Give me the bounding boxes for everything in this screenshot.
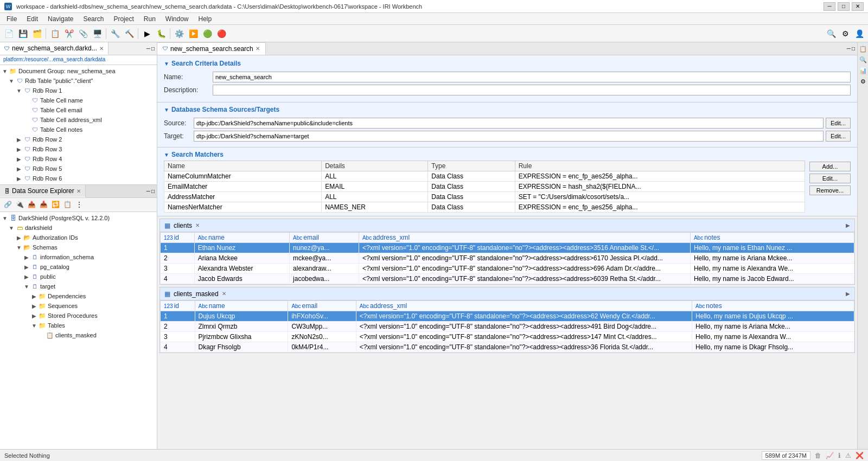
tree-expand-sp[interactable]: ▶ [30,312,38,319]
right-panel-maximize-icon[interactable]: □ [852,46,855,52]
right-panel-minimize-icon[interactable]: ─ [847,46,851,52]
tree-rdb-row2[interactable]: ▶ 🛡 Rdb Row 2 [0,135,157,144]
tree-expand-tables[interactable]: ▼ [30,322,38,329]
db-schema-collapse-icon[interactable]: ▼ [164,107,169,113]
status-error-icon[interactable]: ❌ [856,452,864,459]
toolbar-btn-5[interactable]: 🔧 [108,27,122,40]
ds-toolbar-btn-4[interactable]: 📥 [38,199,49,210]
clients-masked-data-row[interactable]: 4Dkagr Fhsolgb0kM4/P1r4...<?xml version=… [161,342,854,353]
matcher-add-button[interactable]: Add... [809,162,851,171]
tree-expand-doc-group[interactable]: ▼ [1,67,9,75]
tree-stored-procedures[interactable]: ▶ 📁 Stored Procedures [0,311,157,321]
target-edit-button[interactable]: Edit... [826,131,851,142]
ds-minimize-icon[interactable]: ─ [146,188,150,194]
toolbar-btn-1[interactable]: 📋 [48,27,61,40]
tree-expand-darkshield[interactable]: ▼ [8,224,15,232]
left-panel-tab-close[interactable]: ✕ [99,46,104,52]
tree-rdb-row6[interactable]: ▶ 🛡 Rdb Row 6 [0,174,157,183]
tree-rdb-row4[interactable]: ▶ 🛡 Rdb Row 4 [0,154,157,164]
side-icon-1[interactable]: 📋 [859,44,867,53]
tree-expand-auth[interactable]: ▶ [15,234,23,241]
tree-expand-seq[interactable]: ▶ [30,302,38,310]
side-icon-3[interactable]: 📊 [859,66,867,75]
target-input[interactable] [194,131,824,142]
matcher-edit-button[interactable]: Edit... [809,174,851,183]
tree-target-schema[interactable]: ▼ 🗒 target [0,281,157,291]
ds-toolbar-btn-7[interactable]: ⋮ [74,199,85,210]
clients-data-row[interactable]: 2Ariana Mckeemckee@ya...<?xml version="1… [161,253,854,264]
toolbar-btn-7[interactable]: ▶ [141,27,154,40]
maximize-button[interactable]: □ [838,2,850,11]
toolbar-save-all[interactable]: 🗂️ [30,27,43,40]
toolbar-new[interactable]: 📄 [2,27,15,40]
ds-toolbar-btn-6[interactable]: 📋 [62,199,73,210]
clients-data-row[interactable]: 1Ethan Nuneznunez@ya...<?xml version="1.… [161,243,854,253]
tree-expand-rdb-table[interactable]: ▼ [8,77,15,85]
menu-help[interactable]: Help [194,14,216,23]
minimize-button[interactable]: ─ [824,2,835,11]
status-trash-icon[interactable]: 🗑 [815,452,821,459]
tree-expand-pg-catalog[interactable]: ▶ [23,263,30,271]
toolbar-btn-9[interactable]: ⚙️ [173,27,186,40]
tree-expand-row5[interactable]: ▶ [15,165,23,172]
status-chart-icon[interactable]: 📈 [826,452,834,459]
criteria-collapse-icon[interactable]: ▼ [164,61,169,67]
source-edit-button[interactable]: Edit... [826,118,851,129]
source-input[interactable] [194,118,824,129]
tree-expand-schemas[interactable]: ▼ [15,244,23,251]
tree-pg-catalog[interactable]: ▶ 🗒 pg_catalog [0,262,157,272]
tree-clients-masked[interactable]: ▶ 📋 clients_masked [0,330,157,340]
menu-project[interactable]: Project [109,14,138,23]
tree-ds-root[interactable]: ▼ 🗄 DarkShield (PostgreSQL v. 12.2.0) [0,213,157,223]
toolbar-btn-4[interactable]: 🖥️ [91,27,104,40]
clients-masked-table-close[interactable]: ✕ [222,291,226,297]
clients-data-row[interactable]: 3Alexandra Websteralexandraw...<?xml ver… [161,264,854,274]
tree-cell-notes[interactable]: ▶ 🛡 Table Cell notes [0,125,157,135]
tree-expand-row1[interactable]: ▼ [15,87,23,94]
tree-doc-group-row[interactable]: ▼ 📁 Document Group: new_schema_sea [0,66,157,76]
tree-sequences[interactable]: ▶ 📁 Sequences [0,301,157,311]
data-source-tab-close[interactable]: ✕ [76,188,81,194]
toolbar-btn-2[interactable]: ✂️ [62,27,75,40]
menu-navigate[interactable]: Navigate [43,14,78,23]
tree-rdb-row1[interactable]: ▼ 🛡 Rdb Row 1 [0,86,157,95]
close-button[interactable]: ✕ [852,2,864,11]
clients-masked-data-row[interactable]: 3Pjrizmbcw GlixshazKNoN2s0...<?xml versi… [161,332,854,342]
tree-schemas[interactable]: ▼ 📂 Schemas [0,242,157,252]
clients-data-row[interactable]: 4Jacob Edwardsjacobedwa...<?xml version=… [161,274,854,284]
tree-expand-row2[interactable]: ▶ [15,136,23,143]
toolbar-btn-12[interactable]: 🔴 [215,27,228,40]
tree-expand-target[interactable]: ▼ [23,283,30,290]
desc-input[interactable] [213,85,851,95]
ds-toolbar-btn-3[interactable]: 📤 [26,199,37,210]
tree-auth-ids[interactable]: ▶ 📂 Authorization IDs [0,233,157,242]
tree-rdb-table-row[interactable]: ▼ 🛡 Rdb Table "public"."client" [0,76,157,86]
tree-rdb-row3[interactable]: ▶ 🛡 Rdb Row 3 [0,144,157,154]
side-icon-2[interactable]: 🔍 [859,55,867,64]
menu-file[interactable]: File [2,14,21,23]
matcher-row[interactable]: AddressMatcherALLData ClassSET = "C:/Use… [164,192,805,202]
matcher-row[interactable]: EmailMatcherEMAILData ClassEXPRESSION = … [164,182,805,192]
status-info-icon[interactable]: ℹ [838,452,841,459]
data-source-explorer-tab[interactable]: 🗄 Data Source Explorer ✕ [0,185,86,197]
left-panel-tab-editor[interactable]: 🛡 new_schema_search.darkd... ✕ [0,42,108,55]
tree-info-schema[interactable]: ▶ 🗒 information_schema [0,252,157,262]
tree-expand-ds[interactable]: ▼ [1,214,9,222]
toolbar-btn-3[interactable]: 📎 [76,27,90,40]
toolbar-btn-6[interactable]: 🔨 [123,27,136,40]
tree-expand-row4[interactable]: ▶ [15,155,23,163]
menu-run[interactable]: Run [139,14,160,23]
side-icon-4[interactable]: ⚙ [859,77,867,86]
matcher-remove-button[interactable]: Remove... [809,185,851,195]
tree-expand-row3[interactable]: ▶ [15,145,23,153]
name-input[interactable] [213,72,851,82]
clients-masked-data-row[interactable]: 2Zlmrxi QrmzbCW3uMpp...<?xml version="1.… [161,322,854,332]
tree-public-schema[interactable]: ▶ 🗒 public [0,272,157,281]
right-panel-tab-search[interactable]: 🛡 new_schema_search.search ✕ [157,42,266,55]
left-panel-minimize-icon[interactable]: ─ [146,46,150,52]
menu-edit[interactable]: Edit [22,14,42,23]
status-warning-icon[interactable]: ⚠ [845,452,851,459]
tree-cell-email[interactable]: ▶ 🛡 Table Cell email [0,105,157,115]
tree-cell-address[interactable]: ▶ 🛡 Table Cell address_xml [0,115,157,125]
ds-toolbar-btn-1[interactable]: 🔗 [2,199,13,210]
